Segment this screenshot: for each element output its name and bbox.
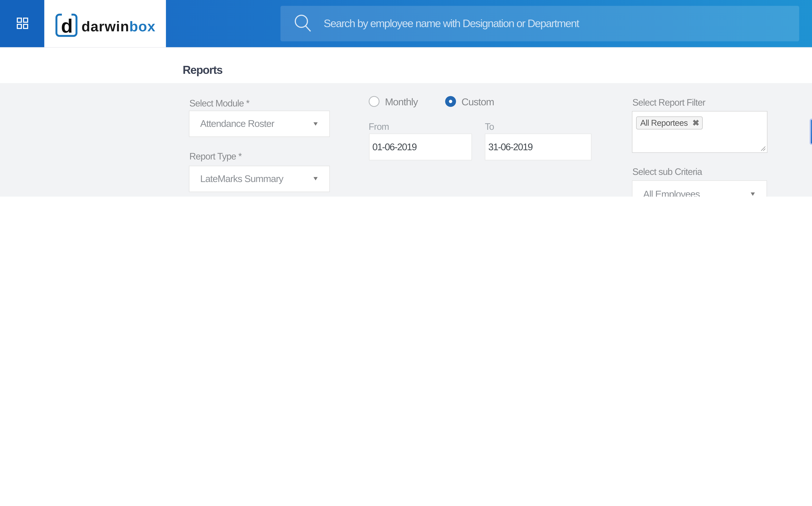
svg-text:d: d — [61, 15, 73, 37]
svg-text:darwinbox: darwinbox — [81, 18, 155, 34]
